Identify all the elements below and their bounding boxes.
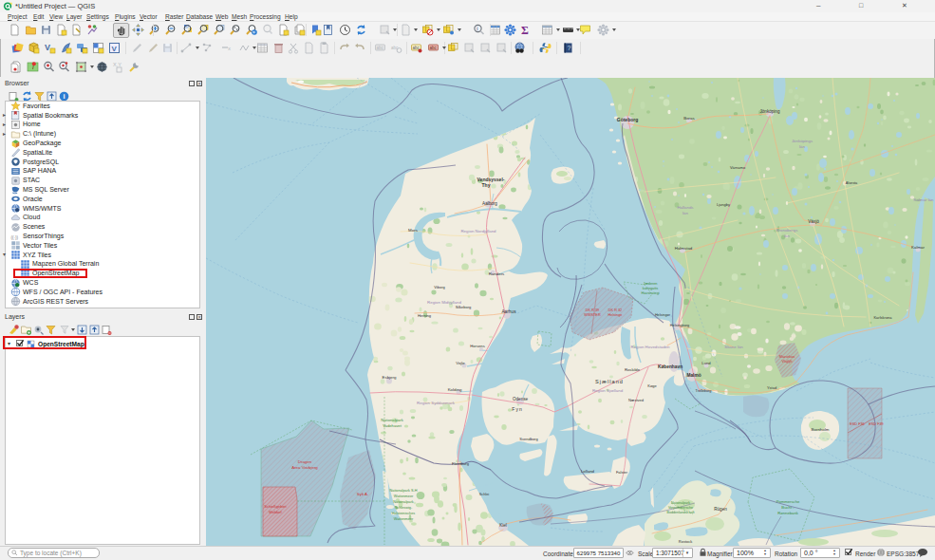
svg-text:län: län bbox=[784, 233, 790, 238]
svg-text:Wattenmeer: Wattenmeer bbox=[394, 495, 414, 498]
svg-text:Wattenmeer: Wattenmeer bbox=[394, 517, 414, 521]
svg-text:Schlei: Schlei bbox=[479, 493, 489, 496]
svg-text:Kolding: Kolding bbox=[448, 387, 462, 392]
svg-text:Helsinge: Helsinge bbox=[608, 313, 623, 317]
svg-text:Kalmar: Kalmar bbox=[911, 245, 925, 250]
svg-text:((·)): ((·)) bbox=[10, 234, 18, 239]
svg-text:i: i bbox=[63, 92, 65, 101]
svg-text:Alvesta: Alvesta bbox=[846, 181, 858, 185]
svg-text:WWSTER: WWSTER bbox=[584, 313, 601, 317]
svg-text:Næstved: Næstved bbox=[628, 398, 644, 402]
svg-text:Växjö: Växjö bbox=[808, 219, 819, 224]
svg-text:Schleswig-: Schleswig- bbox=[395, 506, 413, 510]
svg-text:Bornholm: Bornholm bbox=[812, 427, 830, 432]
svg-text:X,Y: X,Y bbox=[113, 62, 122, 67]
svg-text:Randers: Randers bbox=[489, 271, 505, 276]
svg-text:Esbjerg: Esbjerg bbox=[383, 375, 397, 380]
svg-text:abc: abc bbox=[377, 46, 384, 50]
svg-text:Sylt A.: Sylt A. bbox=[357, 492, 368, 496]
svg-text:i: i bbox=[477, 26, 477, 31]
svg-text:Kiel: Kiel bbox=[499, 523, 507, 528]
svg-text:Rostock: Rostock bbox=[679, 539, 692, 544]
svg-text:Falster: Falster bbox=[616, 470, 628, 475]
svg-text:Vejle: Vejle bbox=[456, 361, 465, 365]
svg-text:Vorpommersche: Vorpommersche bbox=[668, 506, 693, 510]
svg-text:Ystad: Ystad bbox=[767, 385, 776, 390]
svg-text:Mazurkas: Mazurkas bbox=[779, 355, 795, 359]
svg-text:Silkeborg: Silkeborg bbox=[456, 305, 472, 309]
svg-text:DK R 32: DK R 32 bbox=[608, 308, 622, 312]
svg-text:Vlajfjilt: Vlajfjilt bbox=[782, 360, 794, 364]
svg-text:Køge: Køge bbox=[647, 383, 657, 388]
svg-text:Trelleborg: Trelleborg bbox=[696, 389, 712, 393]
svg-text:Flensburg: Flensburg bbox=[452, 461, 469, 466]
svg-text:?: ? bbox=[568, 45, 571, 51]
svg-text:Region Hovedstaden: Region Hovedstaden bbox=[630, 345, 670, 349]
svg-text:Hallands: Hallands bbox=[677, 205, 694, 210]
svg-text:DK R 39: DK R 39 bbox=[586, 308, 599, 312]
svg-text:Kronobergs: Kronobergs bbox=[776, 228, 799, 233]
svg-text:Skåne län: Skåne län bbox=[724, 345, 743, 349]
svg-text:kattegatts: kattegatts bbox=[643, 287, 659, 290]
svg-text:Bucht -: Bucht - bbox=[781, 505, 795, 510]
svg-text:Nationalpark: Nationalpark bbox=[381, 418, 403, 422]
svg-text:Region Syddanmark: Region Syddanmark bbox=[417, 401, 456, 405]
svg-text:Holsteinisches: Holsteinisches bbox=[392, 512, 416, 515]
svg-text:Helsingborg: Helsingborg bbox=[670, 324, 689, 327]
svg-text:Pommersche: Pommersche bbox=[776, 499, 800, 504]
svg-text:Fyn: Fyn bbox=[512, 406, 522, 412]
svg-text:Nationalpark S-H: Nationalpark S-H bbox=[390, 489, 418, 493]
svg-text:Roskilde: Roskilde bbox=[625, 367, 641, 372]
svg-text:Aarhus: Aarhus bbox=[501, 309, 516, 314]
svg-text:Jönköpings: Jönköpings bbox=[792, 139, 813, 143]
svg-text:Jönköping: Jönköping bbox=[760, 109, 780, 114]
svg-text:Sjælland: Sjælland bbox=[595, 379, 624, 384]
svg-text:Lolland: Lolland bbox=[581, 469, 595, 474]
svg-text:V: V bbox=[45, 43, 50, 52]
svg-text:Karlskrona: Karlskrona bbox=[873, 315, 892, 320]
svg-text:Helsingør: Helsingør bbox=[655, 313, 671, 317]
svg-text:Svendborg: Svendborg bbox=[519, 437, 537, 441]
svg-text:Halmstad: Halmstad bbox=[675, 246, 693, 251]
svg-text:Viborg: Viborg bbox=[434, 285, 445, 289]
svg-text:Boddenlandschaft: Boddenlandschaft bbox=[667, 511, 695, 514]
svg-text:Thy: Thy bbox=[482, 182, 491, 188]
svg-text:Schießgebiet: Schießgebiet bbox=[264, 504, 287, 509]
svg-text:abc: abc bbox=[430, 46, 438, 50]
svg-text:Herning: Herning bbox=[418, 313, 431, 318]
svg-text:Σ: Σ bbox=[521, 24, 529, 36]
svg-text:Ljungby: Ljungby bbox=[717, 202, 730, 207]
svg-text:Rønnebank: Rønnebank bbox=[777, 511, 799, 515]
svg-text:Malmö: Malmö bbox=[686, 373, 701, 378]
svg-text:Nationalpark: Nationalpark bbox=[671, 501, 690, 505]
svg-text:Värnamo: Värnamo bbox=[730, 165, 746, 170]
svg-text:Vadehavet: Vadehavet bbox=[383, 423, 402, 428]
svg-text:Meldorf: Meldorf bbox=[269, 510, 282, 514]
svg-text:ESD F36: ESD F36 bbox=[850, 422, 864, 426]
svg-text:län: län bbox=[683, 211, 688, 215]
svg-text:Region Nordjylland: Region Nordjylland bbox=[460, 229, 496, 233]
svg-text:ESD F39: ESD F39 bbox=[869, 422, 883, 426]
svg-text:län: län bbox=[799, 144, 805, 149]
svg-text:Mors: Mors bbox=[408, 228, 419, 233]
svg-text:Dragen: Dragen bbox=[298, 459, 312, 464]
svg-text:København: København bbox=[658, 364, 683, 369]
svg-text:Borås: Borås bbox=[683, 116, 695, 121]
svg-text:Odense: Odense bbox=[513, 397, 529, 401]
svg-text:Aalborg: Aalborg bbox=[482, 201, 497, 206]
svg-text:abc: abc bbox=[391, 46, 399, 50]
svg-text:Göteborg: Göteborg bbox=[617, 117, 639, 122]
svg-text:Kalmar län: Kalmar län bbox=[914, 197, 935, 202]
svg-text:V: V bbox=[111, 45, 117, 53]
svg-text:Rügen: Rügen bbox=[714, 507, 727, 512]
svg-text:Lund: Lund bbox=[701, 361, 711, 365]
svg-text:Area Vovbjerg: Area Vovbjerg bbox=[291, 465, 318, 470]
svg-text:Horsens: Horsens bbox=[470, 344, 485, 348]
svg-text:Havstrategi: Havstrategi bbox=[641, 291, 659, 295]
svg-text:x: x bbox=[228, 46, 231, 51]
svg-text:Jæderen: Jæderen bbox=[644, 282, 658, 286]
svg-text:Nationalpark: Nationalpark bbox=[393, 500, 413, 504]
svg-text:Region Sjælland: Region Sjælland bbox=[592, 388, 624, 393]
